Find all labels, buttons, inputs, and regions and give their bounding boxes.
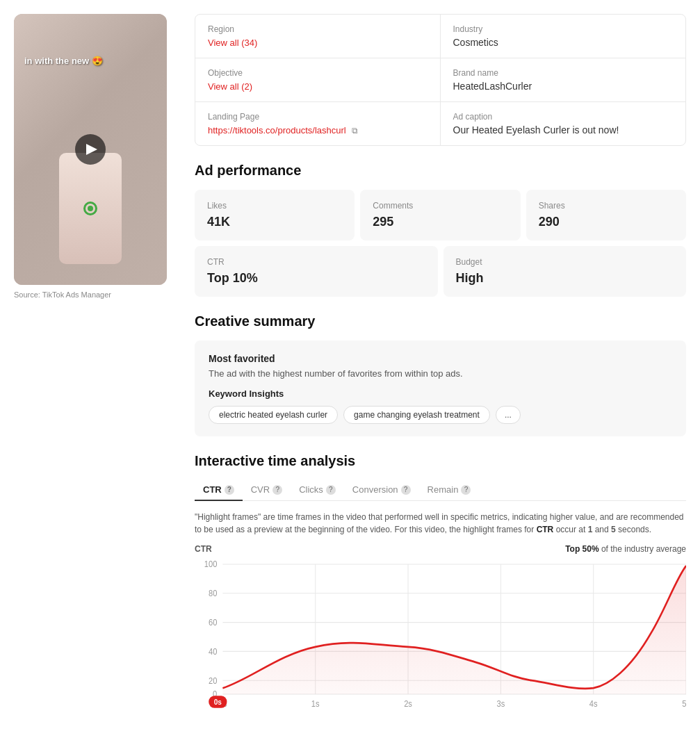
svg-text:5s: 5s [682,698,686,708]
comments-label: Comments [373,201,507,211]
chart-description: "Highlight frames" are time frames in th… [195,511,686,536]
region-link[interactable]: View all (34) [208,38,257,48]
chart-container: 100 80 60 40 20 0 0s [195,557,686,710]
highlight-time-2: 5 [611,525,616,534]
keyword-insights-title: Keyword Insights [209,388,672,399]
tab-ctr[interactable]: CTR ? [195,479,243,500]
comments-card: Comments 295 [360,190,520,240]
svg-text:4s: 4s [589,698,598,708]
comments-value: 295 [373,215,507,229]
conversion-help-icon[interactable]: ? [401,485,411,495]
budget-label: Budget [456,257,674,267]
likes-value: 41K [207,215,342,229]
tab-conversion-label: Conversion [352,484,398,495]
time-analysis-title: Interactive time analysis [195,453,686,469]
brand-value: HeatedLashCurler [453,81,674,92]
left-panel: in with the new 😍 Source: TikTok Ads Man… [14,14,181,710]
play-button[interactable] [75,134,106,165]
highlight-time-1: 1 [588,525,593,534]
clicks-help-icon[interactable]: ? [326,485,336,495]
tab-remain[interactable]: Remain ? [419,479,480,500]
right-panel: Region View all (34) Industry Cosmetics … [195,14,686,710]
chart-benchmark: Top 50% of the industry average [565,544,686,554]
svg-text:60: 60 [209,618,217,628]
tab-clicks[interactable]: Clicks ? [291,479,344,500]
performance-grid-2: CTR Top 10% Budget High [195,246,686,297]
ctr-chart: 100 80 60 40 20 0 0s [195,557,686,710]
caption-label: Ad caption [453,112,674,122]
industry-value: Cosmetics [453,37,674,48]
svg-text:20: 20 [209,675,217,685]
shares-label: Shares [539,201,674,211]
analysis-tabs: CTR ? CVR ? Clicks ? Conversion ? Remain… [195,479,686,501]
source-label: Source: TikTok Ads Manager [14,290,181,299]
keyword-tag-2[interactable]: game changing eyelash treatment [343,406,490,424]
ctr-label: CTR [207,257,425,267]
performance-grid: Likes 41K Comments 295 Shares 290 [195,190,686,240]
tab-conversion[interactable]: Conversion ? [344,479,419,500]
shares-value: 290 [539,215,674,229]
brand-cell: Brand name HeatedLashCurler [441,58,686,102]
industry-label: Industry [453,24,674,34]
creative-summary-title: Creative summary [195,313,686,329]
ctr-card: CTR Top 10% [195,246,438,297]
tab-remain-label: Remain [428,484,459,495]
keyword-tag-1[interactable]: electric heated eyelash curler [209,406,338,424]
objective-cell: Objective View all (2) [195,58,441,102]
creative-box: Most favorited The ad with the highest n… [195,341,686,436]
tab-cvr[interactable]: CVR ? [243,479,291,500]
info-grid: Region View all (34) Industry Cosmetics … [195,14,686,146]
objective-link[interactable]: View all (2) [208,81,252,92]
highlight-metric: CTR [537,525,554,534]
ctr-help-icon[interactable]: ? [225,485,234,495]
chart-label: CTR [195,544,212,554]
chart-header: CTR Top 50% of the industry average [195,544,686,554]
likes-label: Likes [207,201,342,211]
landing-cell: Landing Page https://tiktools.co/product… [195,102,441,145]
caption-cell: Ad caption Our Heated Eyelash Curler is … [441,102,686,145]
svg-text:40: 40 [209,646,217,656]
svg-text:3s: 3s [496,698,505,708]
cvr-help-icon[interactable]: ? [272,485,282,495]
time-marker-text: 0s [214,698,222,707]
ctr-value: Top 10% [207,271,425,286]
svg-text:2s: 2s [404,698,412,708]
tab-ctr-label: CTR [203,484,222,495]
most-favorited-desc: The ad with the highest number of favori… [209,368,672,379]
objective-label: Objective [208,68,428,78]
region-label: Region [208,24,428,34]
most-favorited-title: Most favorited [209,353,672,364]
budget-value: High [456,271,674,286]
video-overlay-text: in with the new 😍 [24,56,103,66]
ad-performance-title: Ad performance [195,163,686,179]
industry-cell: Industry Cosmetics [441,15,686,58]
likes-card: Likes 41K [195,190,355,240]
region-cell: Region View all (34) [195,15,441,58]
chart-area [222,566,686,694]
landing-label: Landing Page [208,112,428,122]
svg-text:100: 100 [204,559,218,569]
budget-card: Budget High [443,246,687,297]
copy-icon[interactable]: ⧉ [352,126,358,136]
tab-cvr-label: CVR [251,484,270,495]
tab-clicks-label: Clicks [299,484,323,495]
landing-url[interactable]: https://tiktools.co/products/lashcurl [208,125,346,136]
caption-value: Our Heated Eyelash Curler is out now! [453,124,674,136]
svg-text:1s: 1s [311,698,320,708]
shares-card: Shares 290 [526,190,686,240]
svg-text:80: 80 [209,589,217,598]
benchmark-value: Top 50% [565,544,599,554]
video-thumbnail[interactable]: in with the new 😍 [14,14,167,285]
remain-help-icon[interactable]: ? [461,485,471,495]
keyword-more[interactable]: ... [496,406,521,424]
keyword-tags: electric heated eyelash curler game chan… [209,406,672,424]
benchmark-suffix: of the industry average [601,544,686,554]
brand-label: Brand name [453,68,674,78]
